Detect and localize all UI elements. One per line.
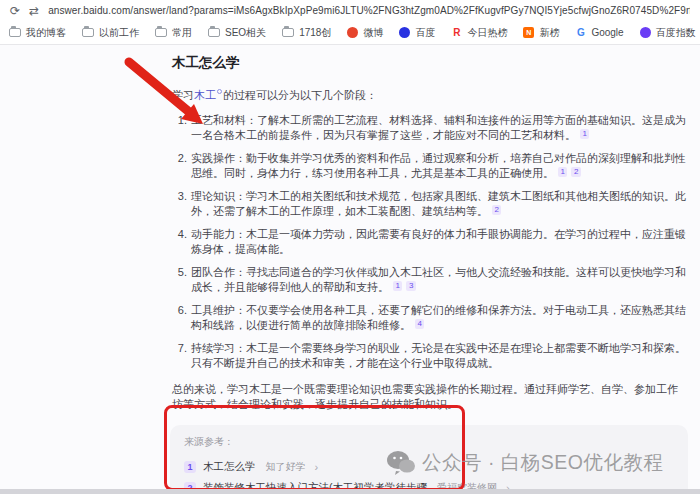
folder-icon [9, 28, 21, 37]
weibo-icon [347, 27, 358, 38]
stage-item-number: 4. [172, 227, 187, 258]
folder-icon [282, 28, 294, 37]
bookmark-label: 百度 [415, 26, 435, 40]
source-number-badge: 1 [184, 461, 196, 473]
source-row[interactable]: 1木工怎么学知了好学› [184, 457, 674, 478]
page-content: 木工怎么学 学习木工的过程可以分为以下几个阶段： 1.工艺和材料：了解木工所需的… [0, 46, 700, 494]
source-title[interactable]: 木工怎么学 [203, 460, 256, 474]
bookmark-label: 今日热榜 [467, 26, 507, 40]
tab-switcher-icon[interactable]: ⇄ [29, 5, 39, 17]
intro-suffix: 的过程可以分为以下几个阶段： [223, 89, 377, 101]
source-site-name: 知了好学 [266, 460, 306, 474]
stage-item: 2.实践操作：勤于收集并学习优秀的资料和作品，通过观察和分析，培养自己对作品的深… [172, 151, 688, 182]
bookmark-label: 以前工作 [99, 26, 139, 40]
stage-item-number: 1. [172, 113, 187, 144]
bookmark-label: 我的博客 [26, 26, 66, 40]
bookmark-item[interactable]: N新榜 [523, 26, 559, 40]
stage-item-text: 持续学习：木工是一个需要终身学习的职业，无论是在实践中还是在理论上都需要不断地学… [191, 341, 688, 372]
folder-icon [208, 28, 220, 37]
stage-item-number: 5. [172, 265, 187, 296]
folder-icon [155, 28, 167, 37]
stage-item-number: 7. [172, 341, 187, 372]
citation-badge[interactable]: 2 [492, 205, 501, 215]
bookmark-label: 常用 [172, 26, 192, 40]
bookmark-item[interactable]: SEO相关 [208, 26, 266, 40]
mugong-link[interactable]: 木工 [194, 89, 216, 101]
bookmark-label: SEO相关 [225, 26, 266, 40]
jinri-rebang-icon: R [451, 27, 462, 38]
bookmark-label: 新榜 [539, 26, 559, 40]
bookmark-label: Google [591, 27, 623, 38]
page-title: 木工怎么学 [172, 54, 688, 72]
address-bar: ⟳ ⇄ answer.baidu.com/answer/land?params=… [0, 0, 700, 21]
bookmark-label: 百度指数 [656, 26, 696, 40]
intro-prefix: 学习 [172, 89, 194, 101]
stage-item-text: 理论知识：学习木工的相关图纸和技术规范，包括家具图纸、建筑木工图纸和其他相关图纸… [191, 189, 688, 220]
url-text[interactable]: answer.baidu.com/answer/land?params=iMs6… [48, 5, 690, 16]
bookmark-label: 1718创 [299, 26, 331, 40]
stage-item: 7.持续学习：木工是一个需要终身学习的职业，无论是在实践中还是在理论上都需要不断… [172, 341, 688, 372]
stage-item: 4.动手能力：木工是一项体力劳动，因此需要有良好的体力和手眼协调能力。在学习的过… [172, 227, 688, 258]
stage-item: 6.工具维护：不仅要学会使用各种工具，还要了解它们的维修和保养方法。对于电动工具… [172, 303, 688, 334]
stage-item-text: 动手能力：木工是一项体力劳动，因此需要有良好的体力和手眼协调能力。在学习的过程中… [191, 227, 688, 258]
chevron-right-icon: › [315, 461, 319, 473]
stage-item-number: 2. [172, 151, 187, 182]
google-icon: G [575, 27, 586, 38]
browser-chrome: ⟳ ⇄ answer.baidu.com/answer/land?params=… [0, 0, 700, 45]
bookmark-item[interactable]: 百度指数 [640, 26, 696, 40]
browser-window: ⟳ ⇄ answer.baidu.com/answer/land?params=… [0, 0, 700, 494]
bookmark-item[interactable]: 1718创 [282, 26, 331, 40]
conclusion-paragraph: 总的来说，学习木工是一个既需要理论知识也需要实践操作的长期过程。通过拜师学艺、自… [172, 382, 686, 413]
bookmark-item[interactable]: R今日热榜 [451, 26, 507, 40]
stage-item-number: 6. [172, 303, 187, 334]
citation-badge[interactable]: 4 [415, 319, 424, 329]
stage-item-text: 团队合作：寻找志同道合的学习伙伴或加入木工社区，与他人交流经验和技能。这样可以更… [191, 265, 688, 296]
bookmark-item[interactable]: 常用 [155, 26, 192, 40]
source-heading: 来源参考： [184, 435, 674, 449]
baidu-icon [399, 27, 410, 38]
stage-item: 5.团队合作：寻找志同道合的学习伙伴或加入木工社区，与他人交流经验和技能。这样可… [172, 265, 688, 296]
citation-badge[interactable]: 3 [406, 281, 415, 291]
intro-line: 学习木工的过程可以分为以下几个阶段： [172, 88, 686, 104]
stage-item-text: 工具维护：不仅要学会使用各种工具，还要了解它们的维修和保养方法。对于电动工具，还… [191, 303, 688, 334]
bottom-edge-strip [0, 489, 700, 494]
stage-item-number: 3. [172, 189, 187, 220]
bookmark-item[interactable]: GGoogle [575, 27, 623, 38]
bookmark-item[interactable]: 以前工作 [82, 26, 139, 40]
bookmarks-bar: 我的博客以前工作常用SEO相关1718创微博百度R今日热榜N新榜GGoogle百… [0, 21, 700, 44]
bookmark-item[interactable]: 微博 [347, 26, 383, 40]
citation-badge[interactable]: 2 [571, 167, 580, 177]
search-ring-icon [217, 89, 222, 94]
bookmark-item[interactable]: 我的博客 [9, 26, 66, 40]
source-card: 来源参考： 1木工怎么学知了好学›2装饰装修木工快速入门方法(木工初学者学徒步骤… [170, 425, 688, 494]
stage-list: 1.工艺和材料：了解木工所需的工艺流程、材料选择、辅料和连接件的运用等方面的基础… [170, 113, 688, 372]
citation-badge[interactable]: 1 [558, 167, 567, 177]
xinbang-icon: N [523, 27, 534, 38]
reload-icon[interactable]: ⟳ [10, 5, 20, 17]
stage-item-text: 工艺和材料：了解木工所需的工艺流程、材料选择、辅料和连接件的运用等方面的基础知识… [191, 113, 688, 144]
folder-icon [82, 28, 94, 37]
bookmark-label: 微博 [363, 26, 383, 40]
citation-badge[interactable]: 1 [393, 281, 402, 291]
baidu-index-icon [640, 27, 651, 38]
bookmark-item[interactable]: 百度 [399, 26, 435, 40]
stage-item: 1.工艺和材料：了解木工所需的工艺流程、材料选择、辅料和连接件的运用等方面的基础… [172, 113, 688, 144]
citation-badge[interactable]: 1 [580, 129, 589, 139]
stage-item-text: 实践操作：勤于收集并学习优秀的资料和作品，通过观察和分析，培养自己对作品的深刻理… [191, 151, 688, 182]
stage-item: 3.理论知识：学习木工的相关图纸和技术规范，包括家具图纸、建筑木工图纸和其他相关… [172, 189, 688, 220]
